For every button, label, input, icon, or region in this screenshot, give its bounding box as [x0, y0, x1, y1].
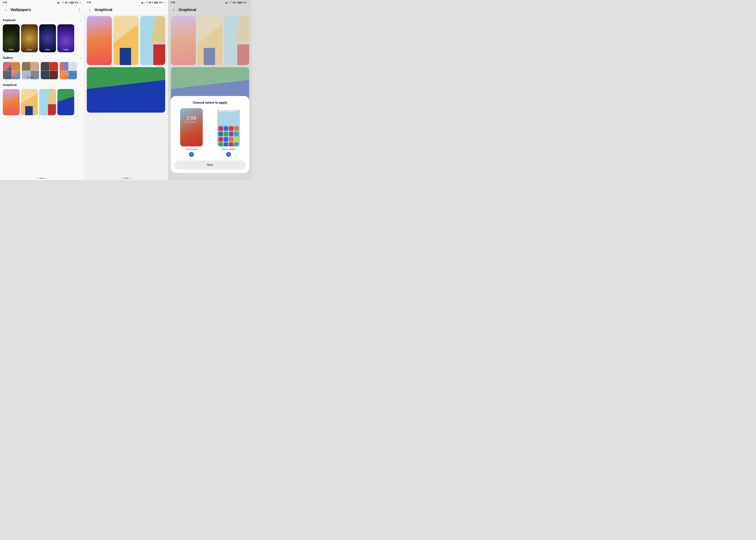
music-icon: ♫ — [60, 2, 62, 4]
graphical-bg-item-2 — [198, 16, 223, 65]
signal-4g-2: 4G — [152, 2, 154, 3]
gallery-arrow[interactable]: › — [80, 56, 81, 60]
choose-modal: Choose where to apply 2:58 Wed, February… — [171, 96, 249, 173]
featured-item-1[interactable]: Video — [3, 24, 20, 52]
mute-icon: 🔕 — [65, 2, 67, 4]
next-button[interactable]: Next — [174, 160, 246, 170]
more-button-1[interactable]: ⋮ — [77, 8, 81, 12]
app-bar-3: ‹ Graphical — [168, 5, 252, 15]
page-title-1: Wallpapers — [11, 8, 75, 12]
camera-icon: 📷 — [57, 2, 59, 4]
alarm-icon: ⏰ — [62, 2, 64, 4]
gallery-screenshots-label: Scre... — [60, 76, 77, 78]
graphical-preview-row — [3, 89, 81, 115]
graphical-grid-item-3[interactable] — [140, 16, 165, 65]
page-title-3: Graphical — [178, 8, 249, 12]
gallery-video[interactable]: Video — [41, 62, 58, 79]
featured-row: Video Video Video Video — [3, 24, 81, 52]
signal-4g-3: 4G — [236, 2, 238, 3]
graphical-section: Graphical › — [0, 81, 84, 117]
home-screen-check[interactable]: ✓ — [226, 152, 231, 157]
featured-item-3[interactable]: Video — [39, 24, 56, 52]
battery-icon-3: 🔋 — [247, 2, 249, 4]
app-bar-1: ‹ Wallpapers ⋮ — [0, 5, 84, 15]
app-bar-2: ‹ Graphical — [84, 5, 168, 15]
lock-screen-label: Lock screen — [185, 148, 198, 151]
graphical-preview-1[interactable] — [3, 89, 20, 115]
featured-title: Featured — [3, 19, 15, 22]
alarm-icon-3: ⏰ — [230, 2, 232, 4]
back-button-2[interactable]: ‹ — [87, 7, 93, 13]
signal-bars-2: ▌▌▌ — [154, 2, 158, 4]
signal-bars-3: ▌▌▌ — [239, 2, 242, 4]
gallery-header: Gallery › — [3, 56, 81, 60]
featured-section: Featured › Video Video Video Video — [0, 16, 84, 54]
home-screen-label: Home screen — [222, 148, 235, 151]
featured-item-2[interactable]: Video — [21, 24, 38, 52]
graphical-grid-item-1[interactable] — [87, 16, 112, 65]
status-bar-2: 2:58 📷 ♫ ⏰ 🔕 4G ▌▌▌ 95% 🔋 — [84, 0, 168, 5]
video-label-3: Video — [39, 49, 56, 51]
battery-pct: 95% — [75, 2, 79, 4]
time-1: 2:58 — [3, 1, 7, 4]
graphical-title: Graphical — [3, 83, 16, 87]
featured-arrow[interactable]: › — [80, 18, 81, 22]
time-2: 2:58 — [87, 1, 91, 4]
wallpapers-scroll[interactable]: Featured › Video Video Video Video — [0, 15, 84, 177]
back-button-3[interactable]: ‹ — [171, 7, 176, 13]
mute-icon-2: 🔕 — [149, 2, 151, 4]
lock-screen-check[interactable]: ✓ — [189, 152, 194, 157]
panel-wallpapers: 2:58 📷 ♫ ⏰ 🔕 4G ▌▌▌ 95% 🔋 ‹ Wallpapers ⋮… — [0, 0, 84, 180]
scroll-indicator-2 — [119, 178, 133, 179]
lock-date: Wed, February 21 — [185, 121, 198, 123]
graphical-arrow[interactable]: › — [80, 83, 81, 87]
video-label-1: Video — [3, 49, 20, 51]
graphical-preview-3[interactable] — [39, 89, 56, 115]
gallery-recent[interactable]: Recent — [3, 62, 20, 79]
music-icon-3: ♫ — [228, 2, 229, 4]
graphical-grid-item-4[interactable] — [87, 67, 165, 113]
signal-4g: 4G — [68, 2, 70, 3]
graphical-header: Graphical › — [3, 83, 81, 87]
graphical-grid-item-2[interactable] — [113, 16, 139, 65]
alarm-icon-2: ⏰ — [146, 2, 148, 4]
gallery-favorites-label: Favorites — [22, 76, 39, 78]
music-icon-2: ♫ — [144, 2, 145, 4]
home-screen-preview — [217, 108, 240, 147]
gallery-title: Gallery — [3, 56, 13, 60]
status-bar-3: 2:58 📷 ♫ ⏰ 🔕 4G ▌▌▌ 95% 🔋 — [168, 0, 252, 5]
choose-options: 2:58 Wed, February 21 Lock screen ✓ — [174, 108, 246, 157]
featured-header: Featured › — [3, 18, 81, 22]
graphical-preview-4[interactable] — [58, 89, 74, 115]
graphical-preview-2[interactable] — [21, 89, 38, 115]
page-title-2: Graphical — [94, 8, 165, 12]
graphical-top-row-bg — [171, 16, 249, 65]
home-screen-option[interactable]: Home screen ✓ — [211, 108, 246, 157]
graphical-bottom-row — [87, 67, 165, 113]
camera-icon-2: 📷 — [141, 2, 143, 4]
graphical-grid[interactable] — [84, 15, 168, 177]
battery-icon: 🔋 — [79, 2, 81, 4]
status-bar-1: 2:58 📷 ♫ ⏰ 🔕 4G ▌▌▌ 95% 🔋 — [0, 0, 84, 5]
choose-title: Choose where to apply — [174, 101, 246, 104]
battery-pct-3: 95% — [243, 2, 247, 4]
back-button-1[interactable]: ‹ — [3, 7, 8, 13]
gallery-section: Gallery › Recent Favorite — [0, 54, 84, 81]
video-label-2: Video — [21, 49, 38, 51]
battery-pct-2: 95% — [159, 2, 162, 4]
time-3: 2:58 — [171, 1, 175, 4]
gallery-screenshots[interactable]: Scre... — [60, 62, 77, 79]
video-label-4: Video — [58, 49, 74, 51]
lock-time: 2:58 — [187, 115, 196, 121]
status-icons-2: 📷 ♫ ⏰ 🔕 4G ▌▌▌ 95% 🔋 — [141, 2, 165, 4]
signal-bars: ▌▌▌ — [71, 2, 74, 4]
featured-item-4[interactable]: Video — [58, 24, 74, 52]
gallery-favorites[interactable]: Favorites — [22, 62, 39, 79]
lock-screen-preview: 2:58 Wed, February 21 — [180, 108, 203, 147]
scroll-indicator-1 — [35, 178, 49, 179]
panel-choose: 2:58 📷 ♫ ⏰ 🔕 4G ▌▌▌ 95% 🔋 ‹ Graphical — [168, 0, 252, 180]
camera-icon-3: 📷 — [225, 2, 227, 4]
lock-screen-option[interactable]: 2:58 Wed, February 21 Lock screen ✓ — [174, 108, 209, 157]
mute-icon-3: 🔕 — [233, 2, 235, 4]
graphical-top-row — [87, 16, 165, 65]
